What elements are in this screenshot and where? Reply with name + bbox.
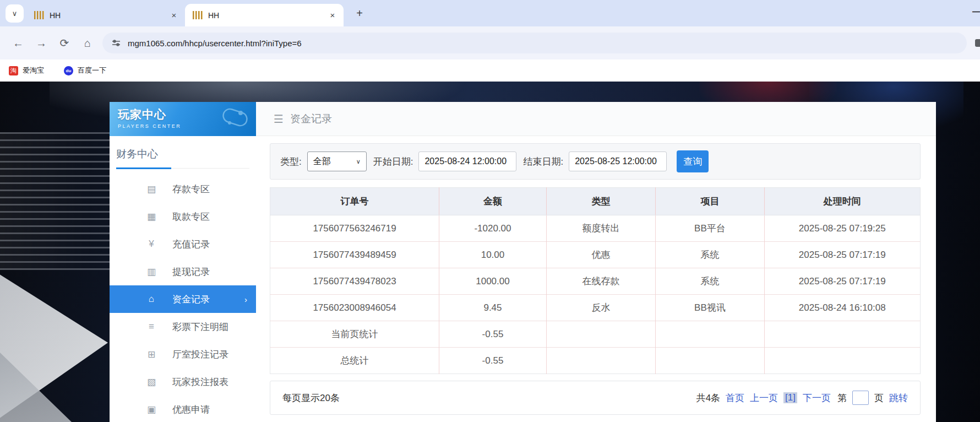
home-icon[interactable]: ⌂ — [76, 37, 99, 50]
sidebar-header: 玩家中心 PLAYERS CENTER — [110, 102, 256, 136]
deposit-icon: ▤ — [145, 183, 158, 195]
column-header: 金额 — [439, 188, 547, 215]
start-date-input[interactable]: 2025-08-24 12:00:00 — [418, 152, 516, 171]
browser-tab[interactable]: HH× — [26, 4, 185, 26]
end-date-label: 结束日期: — [523, 155, 563, 168]
sidebar-item-link[interactable]: ≡彩票下注明细 — [110, 313, 256, 340]
next-page-link[interactable]: 下一页 — [803, 392, 831, 404]
recharge-record-icon: ¥ — [145, 239, 158, 250]
sidebar-item-link[interactable]: ▣优惠申请 — [110, 396, 256, 422]
bookmarks-bar: 淘爱淘宝du百度一下 — [0, 59, 980, 82]
table-cell: -0.55 — [439, 321, 547, 348]
background-streaks — [0, 132, 113, 270]
table-cell: BB平台 — [656, 215, 764, 242]
tab-title: HH — [50, 11, 163, 20]
table-body: 1756077563246719-1020.00额度转出BB平台2025-08-… — [270, 215, 921, 374]
table-cell: 总统计 — [270, 348, 439, 374]
chevron-down-icon: ∨ — [356, 158, 361, 165]
first-page-link[interactable]: 首页 — [726, 392, 744, 404]
main-body: 类型: 全部 ∨ 开始日期: 2025-08-24 12:00:00 结束日期:… — [256, 136, 936, 415]
sidebar-item-label: 彩票下注明细 — [172, 321, 228, 333]
table-cell: 1756023008946054 — [270, 295, 439, 321]
pagination-bar: 每页显示20条 共4条 首页 上一页 [1] 下一页 第 页 跳转 — [270, 381, 921, 415]
current-page-badge: [1] — [783, 392, 797, 403]
chevron-right-icon: › — [244, 295, 247, 304]
taobao-icon: 淘 — [9, 66, 18, 75]
back-icon[interactable]: ← — [7, 37, 30, 50]
type-select[interactable]: 全部 ∨ — [307, 152, 367, 171]
tab-search-chevron-icon[interactable]: ∨ — [6, 4, 24, 23]
sidebar-menu: ▤存款专区▦取款专区¥充值记录▥提现记录⌂资金记录›≡彩票下注明细⊞厅室投注记录… — [110, 175, 256, 422]
funds-table: 订单号金额类型项目处理时间 1756077563246719-1020.00额度… — [270, 187, 921, 374]
search-button[interactable]: 查询 — [677, 150, 709, 172]
table-cell: 系统 — [656, 242, 764, 268]
table-cell: 当前页统计 — [270, 321, 439, 348]
filter-bar: 类型: 全部 ∨ 开始日期: 2025-08-24 12:00:00 结束日期:… — [270, 143, 921, 180]
baidu-icon: du — [64, 66, 73, 75]
address-bar[interactable]: mgm1065.com/hhcp/usercenter.html?iniType… — [102, 33, 967, 53]
sidebar-item-active[interactable]: ⌂资金记录› — [110, 285, 256, 313]
column-header: 处理时间 — [764, 188, 920, 215]
table-cell — [656, 348, 764, 374]
browser-toolbar: ← → ⟳ ⌂ mgm1065.com/hhcp/usercenter.html… — [0, 26, 980, 59]
sidebar-item-label: 取款专区 — [172, 210, 210, 223]
close-icon[interactable]: × — [168, 10, 179, 20]
tune-icon[interactable] — [111, 38, 121, 48]
main-panel: ☰ 资金记录 类型: 全部 ∨ 开始日期: 2025-08-24 12:00:0… — [256, 102, 936, 422]
sidebar-item-link[interactable]: ▦取款专区 — [110, 203, 256, 230]
sidebar-section-title: 财务中心 — [116, 147, 249, 169]
bookmark-item[interactable]: 淘爱淘宝 — [9, 66, 44, 75]
sidebar-item-link[interactable]: ▥提现记录 — [110, 258, 256, 285]
table-cell: 2025-08-25 07:19:25 — [764, 215, 920, 242]
bookmark-item[interactable]: du百度一下 — [64, 66, 106, 75]
sidebar-item-label: 资金记录 — [172, 293, 210, 306]
sidebar-item-link[interactable]: ▤存款专区 — [110, 175, 256, 203]
site-favicon-icon — [34, 11, 44, 19]
forward-icon[interactable]: → — [30, 37, 53, 50]
funds-table-wrap: 订单号金额类型项目处理时间 1756077563246719-1020.00额度… — [270, 187, 921, 374]
table-cell — [546, 321, 655, 348]
gamepad-icon — [219, 106, 251, 131]
table-cell: -1020.00 — [439, 215, 547, 242]
bet-report-icon: ▧ — [145, 376, 158, 388]
table-row: 1756077563246719-1020.00额度转出BB平台2025-08-… — [270, 215, 921, 242]
hamburger-icon[interactable]: ☰ — [274, 112, 284, 126]
jump-link[interactable]: 跳转 — [889, 392, 908, 404]
table-cell: 1756077563246719 — [270, 215, 439, 242]
sidebar-item-label: 玩家投注报表 — [172, 376, 228, 388]
new-tab-button[interactable]: + — [352, 7, 367, 20]
table-cell — [546, 348, 655, 374]
sidebar-item-link[interactable]: ¥充值记录 — [110, 230, 256, 258]
site-favicon-icon — [193, 11, 203, 19]
promo-apply-icon: ▣ — [145, 404, 158, 415]
end-date-input[interactable]: 2025-08-25 12:00:00 — [569, 152, 667, 171]
column-header: 类型 — [546, 188, 655, 215]
minimize-icon[interactable]: — — [972, 7, 980, 16]
pager: 共4条 首页 上一页 [1] 下一页 第 页 跳转 — [696, 391, 908, 405]
prev-page-link[interactable]: 上一页 — [750, 392, 778, 404]
close-icon[interactable]: × — [327, 10, 338, 20]
table-cell: 1756077439478023 — [270, 268, 439, 295]
page-size-text: 每页显示20条 — [282, 392, 340, 404]
page-title: 资金记录 — [290, 112, 332, 126]
page-jump-input[interactable] — [852, 391, 869, 405]
table-cell: 1756077439489459 — [270, 242, 439, 268]
table-header-row: 订单号金额类型项目处理时间 — [270, 188, 921, 215]
type-label: 类型: — [280, 155, 302, 168]
table-row: 总统计-0.55 — [270, 348, 921, 374]
column-header: 订单号 — [270, 188, 439, 215]
partial-extension-icon[interactable] — [975, 39, 980, 47]
table-cell: 1000.00 — [439, 268, 547, 295]
webpage: 玩家中心 PLAYERS CENTER 财务中心 ▤存款专区▦取款专区¥充值记录… — [0, 82, 980, 422]
tab-strip-tabs: HH×HH× — [26, 0, 344, 26]
table-cell: BB视讯 — [656, 295, 764, 321]
bookmark-label: 爱淘宝 — [23, 66, 44, 75]
sidebar-item-link[interactable]: ⊞厅室投注记录 — [110, 340, 256, 368]
reload-icon[interactable]: ⟳ — [53, 36, 76, 50]
table-cell: 2025-08-24 16:10:08 — [764, 295, 920, 321]
table-cell: 2025-08-25 07:17:19 — [764, 268, 920, 295]
browser-tab[interactable]: HH× — [185, 4, 344, 26]
url-text[interactable]: mgm1065.com/hhcp/usercenter.html?iniType… — [128, 39, 302, 48]
sidebar-item-link[interactable]: ▧玩家投注报表 — [110, 368, 256, 396]
table-row: 当前页统计-0.55 — [270, 321, 921, 348]
